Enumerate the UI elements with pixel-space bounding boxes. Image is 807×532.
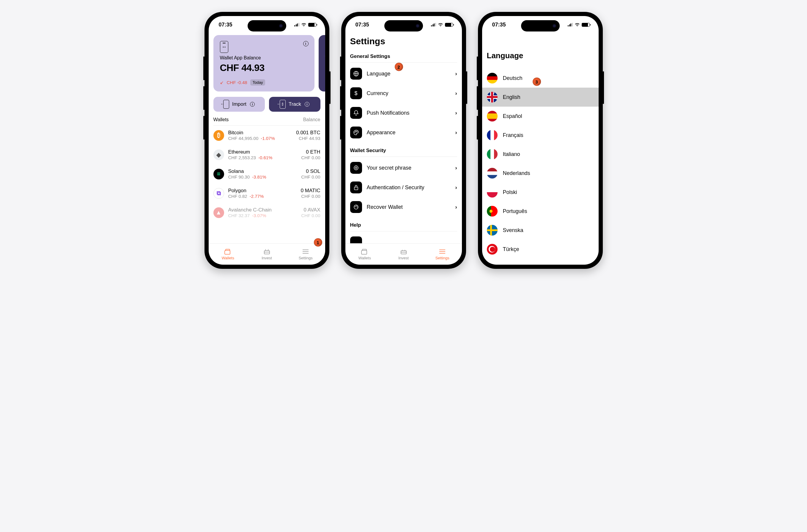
chevron-right-icon: ›	[455, 185, 457, 191]
flag-sv-icon	[487, 225, 498, 235]
asset-list[interactable]: ₿ Bitcoin CHF 44,995.00 -1.07% 0.001 BTC…	[209, 126, 325, 222]
flag-tr-icon	[487, 244, 498, 254]
svg-point-14	[354, 205, 358, 209]
tab-settings[interactable]: Settings 1	[286, 244, 325, 265]
recover-icon	[350, 201, 362, 213]
setting-label: Push Notifications	[367, 110, 451, 116]
chevron-right-icon: ›	[455, 90, 457, 97]
svg-point-12	[355, 167, 357, 169]
setting-help-item[interactable]	[350, 233, 457, 243]
delta-value: CHF -0.48	[227, 80, 247, 85]
lang-label: Français	[503, 132, 524, 138]
asset-change: -0.61%	[258, 155, 273, 160]
wallet-balance-card[interactable]: i Wallet App Balance CHF 44.93 ↙ CHF -0.…	[214, 35, 314, 92]
coin-icon: ▲	[214, 207, 224, 218]
tab-invest[interactable]: Invest	[384, 244, 423, 265]
lang-en[interactable]: English 3	[482, 88, 599, 107]
wallet-icon	[361, 248, 368, 255]
svg-point-8	[354, 132, 355, 132]
track-button[interactable]: ₿ Track i	[269, 97, 320, 112]
setting-secret-phrase[interactable]: Your secret phrase ›	[350, 158, 457, 178]
tab-invest[interactable]: Invest	[247, 244, 286, 265]
balance-cards-row[interactable]: i Wallet App Balance CHF 44.93 ↙ CHF -0.…	[209, 33, 325, 92]
asset-change: -1.07%	[261, 136, 275, 141]
lang-fr[interactable]: Français	[482, 126, 599, 145]
lang-de[interactable]: Deutsch	[482, 69, 599, 88]
lang-tr[interactable]: Türkçe	[482, 240, 599, 259]
setting-appearance[interactable]: Appearance ›	[350, 123, 457, 142]
asset-row[interactable]: ₿ Bitcoin CHF 44,995.00 -1.07% 0.001 BTC…	[209, 126, 325, 145]
dollar-icon: $	[350, 87, 362, 99]
lang-sv[interactable]: Svenska	[482, 221, 599, 240]
tab-wallets[interactable]: Wallets	[345, 244, 384, 265]
asset-price: CHF 90.30	[228, 174, 250, 179]
tab-bar: Wallets Invest Settings 1	[209, 243, 325, 265]
chevron-right-icon: ›	[455, 110, 457, 116]
invest-icon	[400, 248, 407, 255]
status-time: 07:35	[492, 22, 506, 28]
hamburger-icon	[302, 248, 309, 255]
lang-it[interactable]: Italiano	[482, 145, 599, 164]
flag-it-icon	[487, 149, 498, 159]
coin-icon: ₿	[214, 130, 224, 141]
setting-language[interactable]: Language › 2	[350, 64, 457, 83]
track-icon: ₿	[280, 100, 286, 109]
lang-nl[interactable]: Nederlands	[482, 164, 599, 183]
divider	[350, 231, 457, 231]
asset-amount: 0.001 BTC	[296, 130, 320, 136]
tab-label: Wallets	[359, 256, 371, 260]
flag-nl-icon	[487, 168, 498, 178]
info-icon[interactable]: i	[305, 102, 309, 107]
asset-row[interactable]: ▲ Avalanche C-Chain CHF 32.37 -3.07% 0 A…	[209, 203, 325, 222]
page-title: Settings	[350, 36, 457, 46]
lang-label: Svenska	[503, 227, 524, 233]
lang-pt[interactable]: Português	[482, 202, 599, 221]
phone-frame-2: 07:35 Settings General Settings Language…	[341, 12, 466, 269]
lang-label: Español	[503, 113, 522, 119]
wallet-icon	[224, 248, 232, 255]
palette-icon	[350, 127, 362, 138]
info-icon[interactable]: i	[303, 41, 309, 46]
battery-icon	[445, 23, 453, 27]
tab-wallets[interactable]: Wallets	[209, 244, 247, 265]
period-pill[interactable]: Today	[250, 79, 265, 86]
annotation-badge-2: 2	[395, 63, 403, 71]
battery-icon	[308, 23, 316, 27]
import-label: Import	[232, 101, 246, 107]
asset-fiat: CHF 0.00	[301, 155, 320, 160]
wifi-icon	[438, 23, 443, 27]
lang-label: Polski	[503, 189, 517, 195]
coin-icon: ◆	[214, 149, 224, 160]
setting-label: Language	[367, 71, 451, 77]
asset-row[interactable]: ≡ Solana CHF 90.30 -3.81% 0 SOL CHF 0.00	[209, 164, 325, 184]
import-icon	[223, 100, 229, 109]
import-button[interactable]: Import i	[214, 97, 265, 112]
phone-frame-3: 07:35 Language Deutsch English 3 Español…	[478, 12, 603, 269]
invest-icon	[263, 248, 271, 255]
asset-row[interactable]: ⧉ Polygon CHF 0.82 -2.77% 0 MATIC CHF 0.…	[209, 184, 325, 203]
setting-recover[interactable]: Recover Wallet ›	[350, 197, 457, 217]
setting-auth[interactable]: Authentication / Security ›	[350, 178, 457, 197]
bell-icon	[350, 107, 362, 119]
fade-overlay	[209, 231, 325, 243]
section-help: Help	[350, 222, 457, 228]
help-item-icon	[350, 236, 362, 243]
setting-push[interactable]: Push Notifications ›	[350, 103, 457, 123]
chevron-right-icon: ›	[455, 165, 457, 171]
lang-label: Deutsch	[503, 75, 522, 81]
info-icon[interactable]: i	[250, 102, 255, 107]
asset-name: Avalanche C-Chain	[228, 207, 297, 213]
section-general: General Settings	[350, 54, 457, 59]
setting-currency[interactable]: $ Currency ›	[350, 83, 457, 103]
asset-amount: 0 AVAX	[301, 207, 320, 213]
tab-label: Settings	[299, 256, 313, 260]
wifi-icon	[574, 23, 580, 27]
asset-name: Bitcoin	[228, 130, 292, 136]
lang-es[interactable]: Español	[482, 107, 599, 126]
setting-label: Appearance	[367, 130, 451, 136]
lang-pl[interactable]: Polski	[482, 183, 599, 202]
tab-settings[interactable]: Settings	[423, 244, 462, 265]
track-balance-card[interactable]: ₿ Trac CH ↗ C	[319, 35, 325, 92]
header-right: Balance	[303, 117, 320, 122]
asset-row[interactable]: ◆ Ethereum CHF 2,553.23 -0.61% 0 ETH CHF…	[209, 145, 325, 164]
